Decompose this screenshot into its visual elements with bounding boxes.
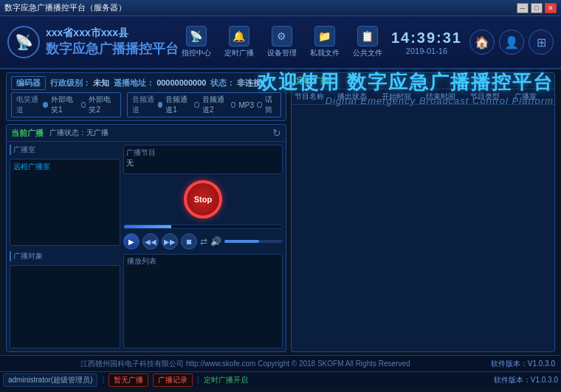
schedule-icon: 🔔 [229,26,249,47]
radio-ch1-inner[interactable] [81,102,86,108]
welcome-section: 欢迎使用 数字应急广播播控平台 Digital Emergency Broadc… [258,69,554,106]
progress-bar-container [123,224,283,229]
broadcast-list: 远程广播室 [10,159,120,246]
channel2-label: 音频通道 [132,94,155,115]
device-icon: ⚙ [272,26,292,47]
queue-label: 广播对象 [10,251,120,261]
header-logo: 📡 xxx省xxx市xxx县 数字应急广播播控平台 [7,26,180,58]
nav-label-public: 公共文件 [353,48,382,58]
broadcast-label: 广播室 [10,145,120,155]
stop-ctrl-button[interactable]: ⏹ [181,233,197,250]
footer-version: 软件版本：V1.0.3.0 [491,359,555,369]
program-info: 广播节目 无 [123,145,283,174]
nav-item-schedule[interactable]: 🔔 定时广播 [223,26,255,58]
stop-button[interactable]: Stop [184,180,222,219]
maximize-button[interactable]: □ [531,3,543,13]
volume-icon: 🔊 [210,236,221,247]
title-bar-controls: ─ □ ✕ [517,3,557,13]
footer: 江西赣州国科电子科技有限公司 http://www.skofe.com Copy… [0,355,561,371]
user-button[interactable]: 👤 [499,30,524,55]
progress-bar [124,225,171,228]
grid-button[interactable]: ⊞ [529,30,554,55]
volume-slider[interactable] [224,240,283,243]
home-button[interactable]: 🏠 [469,30,495,55]
welcome-subtitle: Digital Emergency Broadcast Control Plat… [258,95,554,106]
nav-item-private[interactable]: 📁 私我文件 [309,26,341,58]
playlist-area: 播放列表 [123,254,283,348]
encoder-section-title: 编码器 行政级别： 未知 遥播地址： 00000000000 状态： 非连接 [11,76,281,90]
nav-item-device[interactable]: ⚙ 设备管理 [266,26,298,58]
header-right-icons: 🏠 👤 ⊞ [469,30,554,55]
cb-status: 广播状态：无广播 [49,128,109,138]
title-bar: 数字应急广播播控平台（服务器） ─ □ ✕ [0,0,561,16]
cb-right: 广播节目 无 Stop ▶ ◀◀ ▶▶ ⏹ [123,145,283,348]
status-bar: administrator(超级管理员) | 暂无广播 广播记录 | 定时广播开… [0,371,561,388]
scheduled-table-body [292,105,554,351]
stop-btn-container: Stop [123,177,283,221]
nav-label-control: 指控中心 [182,48,211,58]
status-no-broadcast[interactable]: 暂无广播 [109,374,148,387]
cb-title: 当前广播 [11,128,44,139]
play-button[interactable]: ▶ [123,233,140,250]
header-nav: 📡 指控中心 🔔 定时广播 ⚙ 设备管理 📁 私我文件 📋 公共文件 [180,26,384,58]
title-main: 数字应急广播播控平台 [46,40,179,58]
encoder-label: 编码器 [11,76,46,90]
broadcast-item-remote[interactable]: 远程广播室 [12,161,118,173]
loop-icon: ⇄ [200,236,207,247]
ch2-1-label: 音频通道1 [165,94,191,115]
header: 📡 xxx省xxx市xxx县 数字应急广播播控平台 📡 指控中心 🔔 定时广播 … [0,16,561,69]
status-broadcast-record[interactable]: 广播记录 [153,374,193,387]
logo-icon: 📡 [7,26,40,58]
volume-fill [224,240,259,243]
nav-item-public[interactable]: 📋 公共文件 [351,26,384,58]
encoder-section: 编码器 行政级别： 未知 遥播地址： 00000000000 状态： 非连接 电… [6,72,286,121]
nav-label-schedule: 定时广播 [224,48,254,58]
refresh-icon[interactable]: ↻ [272,127,281,139]
stop-label: Stop [194,195,212,204]
public-icon: 📋 [357,26,378,47]
encoder-address: 遥播地址： 00000000000 [114,78,206,89]
channel-row: 电笑通道 外部电笑1 外部电笑2 音频通道 音频通道1 音频通道2 MP3 话筒 [11,92,281,117]
prev-button[interactable]: ◀◀ [142,233,159,250]
cb-body: 广播室 远程广播室 广播对象 广播节目 无 Stop [7,142,286,351]
header-title: xxx省xxx市xxx县 数字应急广播播控平台 [46,27,179,58]
left-panel: 编码器 行政级别： 未知 遥播地址： 00000000000 状态： 非连接 电… [6,72,286,352]
title-bar-text: 数字应急广播播控平台（服务器） [4,2,517,13]
radio-ch2-2[interactable] [194,102,199,108]
control-icon: 📡 [186,26,207,47]
channel1-label: 电笑通道 [16,94,40,115]
welcome-title: 欢迎使用 数字应急广播播控平台 [258,69,554,95]
right-panel: 定时广播 节目名称 播出状态 开始时间 结束时间 节目类型 广播室 [291,72,555,352]
radio-ch1-outer[interactable] [43,102,48,108]
date-display: 2019-01-16 [406,47,447,55]
ch2-2-label: 音频通道2 [202,94,228,115]
radio-ch2-1[interactable] [158,102,163,108]
ch1-inner-label: 外部电笑2 [89,94,116,115]
status-user[interactable]: administrator(超级管理员) [3,374,97,387]
ch1-outer-label: 外部电笑1 [51,94,78,115]
title-province: xxx省xxx市xxx县 [46,27,179,40]
main-content: 编码器 行政级别： 未知 遥播地址： 00000000000 状态： 非连接 电… [0,69,561,355]
current-broadcast: 当前广播 广播状态：无广播 ↻ 广播室 远程广播室 广播对象 广播节目 无 [6,124,286,352]
cb-left: 广播室 远程广播室 广播对象 [10,145,120,348]
ch2-3-label: MP3 [238,101,254,109]
next-button[interactable]: ▶▶ [162,233,178,250]
minimize-button[interactable]: ─ [517,3,529,13]
close-button[interactable]: ✕ [545,3,557,13]
radio-ch2-3[interactable] [231,102,236,108]
status-broadcast-status: 定时广播开启 [204,375,248,385]
encoder-status: 状态： 非连接 [210,78,261,89]
cb-header: 当前广播 广播状态：无广播 ↻ [7,125,286,142]
playback-controls: ▶ ◀◀ ▶▶ ⏹ ⇄ 🔊 [123,232,283,251]
broadcast-queue [10,265,120,349]
program-value: 无 [126,158,280,168]
nav-item-control[interactable]: 📡 指控中心 [180,26,213,58]
nav-label-device: 设备管理 [267,48,297,58]
nav-label-private: 私我文件 [310,48,340,58]
status-version: 软件版本：V1.0.3.0 [494,375,558,385]
time-display: 14:39:31 [391,30,462,47]
channel-group-1: 电笑通道 外部电笑1 外部电笑2 [11,92,121,117]
playlist-label: 播放列表 [127,256,279,267]
header-time: 14:39:31 2019-01-16 [391,30,462,55]
encoder-action: 行政级别： 未知 [50,78,109,89]
